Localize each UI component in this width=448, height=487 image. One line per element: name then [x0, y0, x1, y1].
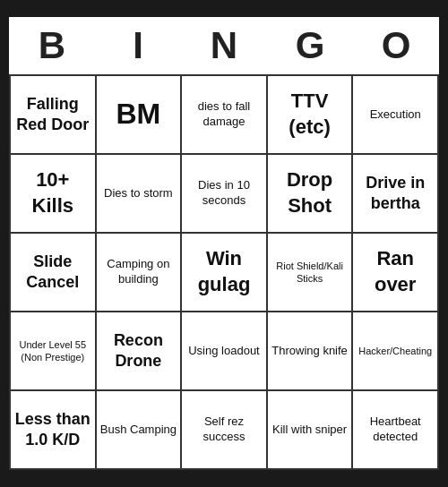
bingo-cell-22: Self rez success — [182, 391, 268, 470]
bingo-letter-g: G — [267, 17, 353, 74]
bingo-cell-24: Heartbeat detected — [353, 391, 439, 470]
bingo-cell-16: Recon Drone — [97, 312, 183, 391]
bingo-cell-2: dies to fall damage — [182, 76, 268, 155]
bingo-cell-3: TTV (etc) — [268, 76, 354, 155]
bingo-letter-o: O — [353, 17, 439, 74]
bingo-cell-19: Hacker/Cheating — [353, 312, 439, 391]
bingo-cell-10: Slide Cancel — [11, 234, 97, 312]
bingo-cell-12: Win gulag — [182, 234, 268, 312]
bingo-cell-13: Riot Shield/Kali Sticks — [268, 234, 354, 312]
bingo-cell-9: Drive in bertha — [353, 155, 439, 234]
bingo-cell-7: Dies in 10 seconds — [182, 155, 268, 234]
bingo-letter-i: I — [95, 17, 181, 74]
bingo-cell-21: Bush Camping — [97, 391, 183, 470]
bingo-cell-8: Drop Shot — [268, 155, 354, 234]
bingo-cell-20: Less than 1.0 K/D — [11, 391, 97, 470]
bingo-cell-1: BM — [97, 76, 183, 155]
bingo-cell-11: Camping on building — [97, 234, 183, 312]
bingo-cell-14: Ran over — [353, 234, 439, 312]
bingo-cell-6: Dies to storm — [97, 155, 183, 234]
bingo-letter-b: B — [9, 17, 95, 74]
bingo-card: BINGO Falling Red DoorBMdies to fall dam… — [9, 17, 439, 470]
bingo-cell-4: Execution — [353, 76, 439, 155]
bingo-cell-23: Kill with sniper — [268, 391, 354, 470]
bingo-grid: Falling Red DoorBMdies to fall damageTTV… — [9, 74, 439, 470]
bingo-cell-17: Using loadout — [182, 312, 268, 391]
bingo-letter-n: N — [181, 17, 267, 74]
bingo-cell-18: Throwing knife — [268, 312, 354, 391]
bingo-cell-15: Under Level 55 (Non Prestige) — [11, 312, 97, 391]
bingo-cell-5: 10+ Kills — [11, 155, 97, 234]
bingo-cell-0: Falling Red Door — [11, 76, 97, 155]
bingo-header: BINGO — [9, 17, 439, 74]
